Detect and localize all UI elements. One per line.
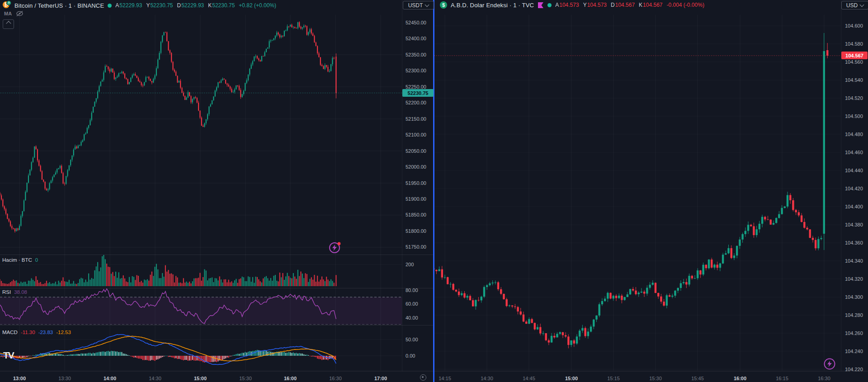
low-label: D xyxy=(611,2,615,8)
axis-tick-label: 80.00 xyxy=(406,288,418,293)
axis-tick-label: 52100.00 xyxy=(406,132,426,137)
axis-tick-label: 104.220 xyxy=(845,367,863,372)
volume-pane-label: Hacim · BTC 0 xyxy=(2,257,38,263)
btc-symbol-title[interactable]: Bitcoin / TetherUS · 1 · BINANCE xyxy=(14,2,104,9)
change-value: +0.82 (+0.00%) xyxy=(239,2,276,9)
axis-tick-label: 51900.00 xyxy=(406,196,426,202)
macd-pane-label: MACD -11.30 -23.83 -12.53 xyxy=(2,330,71,335)
time-tick-label: 15:30 xyxy=(239,376,252,381)
axis-tick-label: 52200.00 xyxy=(406,100,426,105)
market-status-dot[interactable] xyxy=(108,4,112,8)
time-tick-label: 17:00 xyxy=(374,376,387,381)
close-label: K xyxy=(208,2,212,9)
dxy-panel-header: $ A.B.D. Dolar Endeksi · 1 · TVC A104.57… xyxy=(440,1,704,9)
time-tick-label: 14:30 xyxy=(481,376,493,381)
btc-candles xyxy=(0,21,337,233)
axis-tick-label: 104.300 xyxy=(845,294,863,300)
axis-tick-label: 52300.00 xyxy=(406,68,426,73)
chevron-down-icon xyxy=(860,2,864,7)
low-value: 104.567 xyxy=(615,2,635,8)
dollar-icon: $ xyxy=(440,1,447,9)
refresh-lightning-icon-left[interactable] xyxy=(329,241,342,255)
panel-divider[interactable] xyxy=(433,0,434,382)
axis-tick-label: 0.00 xyxy=(406,353,415,358)
axis-tick-label: 104.480 xyxy=(845,132,863,137)
close-label: K xyxy=(639,2,642,8)
axis-tick-label: 104.240 xyxy=(845,349,863,354)
axis-tick-label: 52400.00 xyxy=(406,36,426,41)
time-tick-label: 15:00 xyxy=(565,376,578,381)
axis-tick-label: 104.420 xyxy=(845,186,863,191)
collapse-pane-button[interactable] xyxy=(3,19,14,29)
macd-signal-value: -12.53 xyxy=(56,330,71,335)
market-status-dot[interactable] xyxy=(547,3,552,7)
axis-settings-icon[interactable] xyxy=(420,374,426,381)
axis-tick-label: 104.400 xyxy=(845,204,863,209)
close-value: 104.567 xyxy=(643,2,662,8)
currency-button-usdt[interactable]: USDT xyxy=(403,1,434,9)
axis-tick-label: 60.00 xyxy=(406,301,418,307)
time-tick-label: 14:45 xyxy=(523,376,535,381)
macd-plot xyxy=(0,335,336,365)
hide-indicator-icon[interactable] xyxy=(16,10,24,17)
open-value: 104.573 xyxy=(559,2,579,8)
axis-tick-label: 104.580 xyxy=(845,41,863,47)
axis-tick-label: 104.440 xyxy=(845,168,863,173)
high-value: 104.573 xyxy=(587,2,607,8)
time-tick-label: 16:30 xyxy=(329,376,342,381)
axis-tick-label: 104.380 xyxy=(845,222,863,227)
open-label: A xyxy=(555,2,559,8)
low-value: 52229.93 xyxy=(181,2,204,9)
current-price-badge-dxy: 104.567 xyxy=(841,52,868,59)
lightning-bolt-icon xyxy=(332,245,337,251)
flag-icon[interactable] xyxy=(538,2,544,8)
tradingview-logo[interactable]: TV xyxy=(3,350,14,361)
axis-tick-label: 104.560 xyxy=(845,59,863,65)
axis-tick-label: 104.320 xyxy=(845,276,863,282)
macd-label: MACD xyxy=(2,330,18,335)
time-tick-label: 13:00 xyxy=(13,376,26,381)
close-value: 52230.75 xyxy=(212,2,235,9)
dxy-ohlc-values: A104.573 Y104.573 D104.567 K104.567 -0.0… xyxy=(555,2,704,8)
btc-pair-icon: ₿ ₮ xyxy=(3,1,11,9)
axis-tick-label: 104.500 xyxy=(845,113,863,119)
axis-tick-label: 104.520 xyxy=(845,95,863,101)
chevron-down-icon xyxy=(425,2,429,7)
axis-tick-label: 104.360 xyxy=(845,240,863,245)
axis-tick-label: 104.540 xyxy=(845,77,863,83)
rsi-label: RSI xyxy=(2,289,11,295)
chevron-up-icon xyxy=(6,21,11,26)
axis-tick-label: 51750.00 xyxy=(406,244,426,250)
open-value: 52229.93 xyxy=(119,2,142,9)
volume-label: Hacim · BTC xyxy=(2,257,32,263)
axis-tick-label: 52050.00 xyxy=(406,148,426,154)
axis-tick-label: 51800.00 xyxy=(406,228,426,234)
lightning-bolt-icon xyxy=(827,361,832,367)
axis-tick-label: 104.460 xyxy=(845,150,863,155)
high-label: Y xyxy=(583,2,587,8)
axis-tick-label: 40.00 xyxy=(406,315,418,321)
high-value: 52230.75 xyxy=(150,2,173,9)
time-tick-label: 16:00 xyxy=(734,376,746,381)
refresh-lightning-icon-right[interactable] xyxy=(823,357,836,371)
axis-tick-label: 51850.00 xyxy=(406,212,426,217)
time-tick-label: 14:00 xyxy=(104,376,116,381)
btc-panel-header: ₿ ₮ Bitcoin / TetherUS · 1 · BINANCE A52… xyxy=(3,1,276,9)
axis-tick-label: 104.280 xyxy=(845,312,863,318)
low-label: D xyxy=(177,2,181,9)
current-price-badge-btc: 52230.75 xyxy=(402,89,434,97)
dxy-symbol-title[interactable]: A.B.D. Dolar Endeksi · 1 · TVC xyxy=(451,2,534,9)
axis-tick-label: 52150.00 xyxy=(406,116,426,122)
macd-line-value: -23.83 xyxy=(38,330,53,335)
rsi-plot xyxy=(0,289,402,325)
axis-tick-label: 104.260 xyxy=(845,330,863,336)
change-value: -0.004 (-0.00%) xyxy=(667,2,704,8)
time-tick-label: 15:00 xyxy=(194,376,207,381)
axis-tick-label: 52350.00 xyxy=(406,52,426,57)
axis-tick-label: 52450.00 xyxy=(406,20,426,25)
time-tick-label: 15:45 xyxy=(691,376,704,381)
currency-button-usd[interactable]: USD xyxy=(841,1,868,9)
axis-tick-label: 51950.00 xyxy=(406,180,426,186)
open-label: A xyxy=(115,2,119,9)
tradingview-multichart: 52450.0052400.0052350.0052300.0052250.00… xyxy=(0,0,868,382)
